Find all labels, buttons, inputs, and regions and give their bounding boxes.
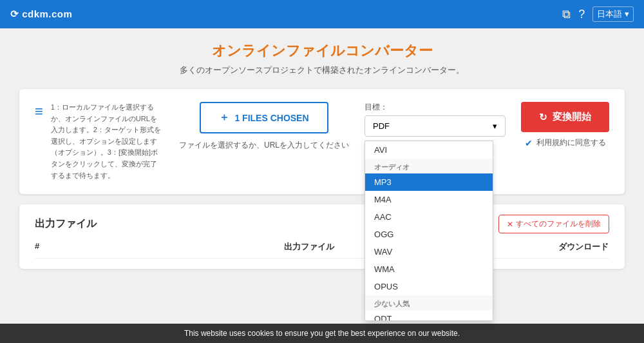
dropdown-item-M4A[interactable]: M4A bbox=[365, 191, 493, 208]
output-table-header: # 出力ファイル ダウンロード bbox=[35, 241, 609, 259]
dropdown-item-OGG[interactable]: OGG bbox=[365, 226, 493, 243]
cookie-bar: This website uses cookies to ensure you … bbox=[0, 324, 644, 343]
output-title: 出力ファイル bbox=[35, 217, 97, 231]
col-num-header: # bbox=[35, 241, 61, 253]
header: ⟳ cdkm.com ⧉ ? 日本語 ▾ bbox=[0, 0, 644, 28]
layers-icon[interactable]: ⧉ bbox=[562, 8, 571, 21]
steps-icon: ≡ bbox=[35, 103, 43, 181]
language-selector[interactable]: 日本語 ▾ bbox=[592, 6, 634, 22]
file-section: ＋ 1 FILES CHOSEN ファイルを選択するか、URLを入力してください bbox=[179, 102, 349, 151]
terms-checkbox-section: ✔ 利用規約に同意する bbox=[525, 137, 606, 148]
steps-section: ≡ 1：ローカルファイルを選択するか、オンラインファイルのURLを入力します。2… bbox=[35, 102, 164, 181]
main-content: オンラインファイルコンバーター 多くのオープンソースプロジェクトで構築されたオン… bbox=[0, 28, 644, 275]
dropdown-item-AVI[interactable]: AVI bbox=[365, 141, 493, 159]
page-title: オンラインファイルコンバーター bbox=[19, 41, 625, 61]
page-subtitle: 多くのオープンソースプロジェクトで構築されたオンラインコンバーター。 bbox=[19, 64, 625, 76]
dropdown-item-AAC[interactable]: AAC bbox=[365, 208, 493, 226]
header-right: ⧉ ? 日本語 ▾ bbox=[562, 6, 634, 22]
output-header: 出力ファイル ⬇ すべてのファイルを圧縮する ✕ すべてのファイルを削除 bbox=[35, 215, 609, 233]
convert-section: ↻ 変換開始 ✔ 利用規約に同意する bbox=[521, 102, 609, 148]
dropdown-item-WMA[interactable]: WMA bbox=[365, 260, 493, 278]
check-icon: ✔ bbox=[525, 138, 533, 148]
dropdown-item-ODT[interactable]: ODT bbox=[365, 310, 493, 321]
convert-button[interactable]: ↻ 変換開始 bbox=[521, 102, 609, 132]
top-section: ≡ 1：ローカルファイルを選択するか、オンラインファイルのURLを入力します。2… bbox=[35, 102, 609, 181]
refresh-icon: ↻ bbox=[539, 112, 547, 123]
logo-icon: ⟳ bbox=[10, 8, 19, 19]
col-dl-header: ダウンロード bbox=[558, 241, 609, 253]
dropdown-section-オーディオ: オーディオ bbox=[365, 159, 493, 173]
dropdown-item-MP3[interactable]: MP3 bbox=[365, 173, 493, 191]
page-title-section: オンラインファイルコンバーター 多くのオープンソースプロジェクトで構築されたオン… bbox=[19, 41, 625, 76]
dropdown-item-WAV[interactable]: WAV bbox=[365, 243, 493, 260]
help-icon[interactable]: ? bbox=[578, 8, 585, 21]
format-select[interactable]: PDF ▾ bbox=[365, 115, 506, 137]
file-url-text: ファイルを選択するか、URLを入力してください bbox=[179, 140, 349, 151]
output-card: 出力ファイル ⬇ すべてのファイルを圧縮する ✕ すべてのファイルを削除 # 出… bbox=[19, 204, 625, 269]
site-logo[interactable]: ⟳ cdkm.com bbox=[10, 8, 72, 20]
delete-all-button[interactable]: ✕ すべてのファイルを削除 bbox=[498, 215, 609, 233]
plus-icon: ＋ bbox=[219, 111, 229, 124]
format-section: 目標： PDF ▾ AVIオーディオMP3M4AAACOGGWAVWMAOPUS… bbox=[365, 102, 506, 137]
steps-text: 1：ローカルファイルを選択するか、オンラインファイルのURLを入力します。2：タ… bbox=[51, 102, 164, 181]
format-label: 目標： bbox=[365, 102, 506, 113]
file-chosen-button[interactable]: ＋ 1 FILES CHOSEN bbox=[200, 102, 328, 133]
format-dropdown[interactable]: AVIオーディオMP3M4AAACOGGWAVWMAOPUS少ない人気ODTOD… bbox=[365, 141, 493, 321]
dropdown-item-OPUS[interactable]: OPUS bbox=[365, 278, 493, 295]
chevron-down-icon: ▾ bbox=[493, 121, 497, 131]
delete-icon: ✕ bbox=[507, 220, 513, 229]
main-card: ≡ 1：ローカルファイルを選択するか、オンラインファイルのURLを入力します。2… bbox=[19, 89, 625, 194]
dropdown-section-少ない人気: 少ない人気 bbox=[365, 295, 493, 310]
